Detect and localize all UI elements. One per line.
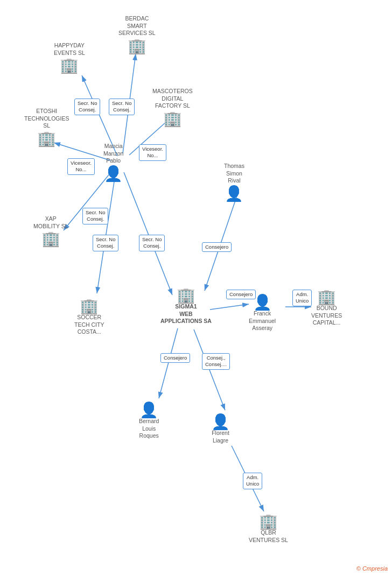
building-icon-sigma1: 🏢 [177,288,195,303]
badge-secr2[interactable]: Secr. NoConsej. [109,99,135,115]
person-icon-florent: 👤 [211,415,230,430]
label-bernard: Bernard Louis Roques [139,418,159,440]
badge-secr1[interactable]: Secr. NoConsej. [74,99,100,115]
building-icon-mascoteros: 🏢 [163,111,182,127]
badge-consejero2[interactable]: Consejero [226,290,256,299]
svg-line-10 [159,328,178,398]
node-bound[interactable]: 🏢 BOUND VENTURES CAPITAL... [311,290,342,328]
node-bernard[interactable]: 👤 Bernard Louis Roques [139,403,159,441]
svg-line-13 [210,304,249,310]
badge-vicesecr2[interactable]: Viceseor.No... [67,158,95,175]
svg-line-6 [97,171,116,293]
node-soccer[interactable]: 🏢 SOCCER TECH CITY COSTA... [74,299,104,338]
svg-line-11 [194,329,225,410]
label-xap: XAP MOBILITY SL [33,215,68,230]
badge-admunico1[interactable]: Adm.Unico [292,290,312,306]
svg-line-8 [205,193,238,291]
badge-secr5[interactable]: Secr. NoConsej. [139,235,165,251]
node-franck[interactable]: 👤 Franck Emmanuel Asseray [249,295,276,334]
badge-consejconsej[interactable]: Consej.,Consej.... [202,353,230,370]
badge-vicesecr1[interactable]: Viceseor.No... [139,144,166,161]
badge-consejero3[interactable]: Consejero [160,353,190,363]
watermark: © Cmpresia [356,565,388,572]
node-qlbr[interactable]: 🏢 QLBR VENTURES SL [249,514,288,545]
person-icon-thomas: 👤 [225,186,243,201]
node-xap[interactable]: XAP MOBILITY SL 🏢 [33,215,68,247]
svg-line-7 [124,172,172,295]
node-sigma1[interactable]: 🏢 SIGMA1 WEB APPLICATIONS SA [160,288,212,327]
label-thomas: Thomas Simon Rival [224,163,244,185]
label-florent: Florent Liagre [212,430,229,444]
node-mancia[interactable]: Mancia Manzon Pablo 👤 [103,143,123,181]
building-icon-qlbr: 🏢 [259,514,278,529]
label-bound: BOUND VENTURES CAPITAL... [311,305,342,327]
person-icon-bernard: 👤 [139,403,158,418]
label-mascoteros: MASCOTEROS DIGITAL FACTORY SL [152,88,193,110]
building-icon-bound: 🏢 [317,290,336,305]
node-happyday[interactable]: HAPPYDAY EVENTS SL 🏢 [54,42,85,73]
node-florent[interactable]: 👤 Florent Liagre [211,415,230,446]
label-soccer: SOCCER TECH CITY COSTA... [74,314,104,336]
badge-secr3[interactable]: Secr. NoConsej. [82,208,108,224]
badge-secr4[interactable]: Secr. NoConsej. [93,235,118,251]
network-diagram: HAPPYDAY EVENTS SL 🏢 BERDAC SMART SERVIC… [0,0,392,576]
building-icon-soccer: 🏢 [80,299,99,314]
building-icon-etoshi: 🏢 [37,131,56,146]
label-sigma1: SIGMA1 WEB APPLICATIONS SA [160,303,212,325]
node-thomas[interactable]: Thomas Simon Rival 👤 [224,163,244,201]
person-icon-mancia: 👤 [104,166,123,181]
badge-admunico2[interactable]: Adm.Unico [243,473,262,489]
building-icon-berdac: 🏢 [128,39,146,54]
building-icon-xap: 🏢 [41,231,60,247]
label-berdac: BERDAC SMART SERVICES SL [118,15,156,37]
badge-consejero1[interactable]: Consejero [202,242,232,252]
label-happyday: HAPPYDAY EVENTS SL [54,42,85,57]
node-berdac[interactable]: BERDAC SMART SERVICES SL 🏢 [118,15,156,54]
label-mancia: Mancia Manzon Pablo [103,143,123,165]
node-etoshi[interactable]: ETOSHI TECHNOLOGIES SL 🏢 [24,108,69,146]
building-icon-happyday: 🏢 [60,58,79,73]
label-franck: Franck Emmanuel Asseray [249,310,276,332]
label-qlbr: QLBR VENTURES SL [249,529,288,544]
label-etoshi: ETOSHI TECHNOLOGIES SL [24,108,69,130]
node-mascoteros[interactable]: MASCOTEROS DIGITAL FACTORY SL 🏢 [152,88,193,127]
